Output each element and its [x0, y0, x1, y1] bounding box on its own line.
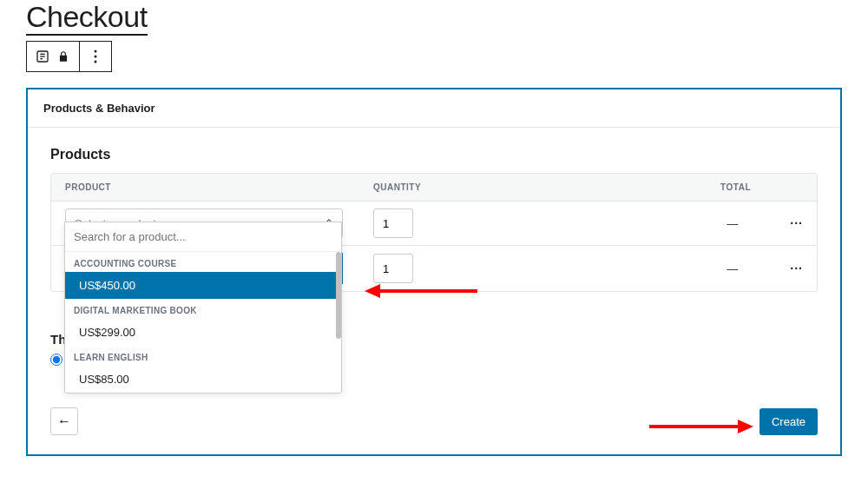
col-header-total: TOTAL — [668, 182, 803, 192]
row-total: — — [413, 217, 790, 230]
products-section-title: Products — [50, 147, 818, 162]
row-actions-icon[interactable]: ··· — [790, 261, 803, 275]
dropdown-group-label: ACCOUNTING COURSE — [65, 252, 341, 272]
create-button[interactable]: Create — [760, 408, 818, 435]
table-header: PRODUCT QUANTITY TOTAL — [51, 174, 817, 201]
toolbar-left-group — [27, 42, 80, 71]
row-total: — — [413, 262, 790, 275]
toolbar-right-group — [80, 42, 111, 71]
dropdown-item[interactable]: US$85.00 — [65, 366, 341, 393]
dropdown-group-label: LEARN ENGLISH — [65, 346, 341, 366]
arrow-left-icon: ← — [57, 414, 71, 429]
products-behavior-panel: Products & Behavior Products PRODUCT QUA… — [26, 88, 842, 456]
back-button[interactable]: ← — [50, 407, 78, 435]
svg-point-6 — [95, 61, 97, 63]
svg-marker-10 — [738, 420, 753, 433]
quantity-input[interactable] — [373, 254, 413, 283]
dropdown-item[interactable]: US$299.00 — [65, 319, 341, 346]
svg-marker-8 — [365, 284, 380, 298]
lock-icon[interactable] — [56, 50, 70, 63]
col-header-quantity: QUANTITY — [373, 182, 668, 192]
annotation-arrow — [649, 418, 753, 435]
col-header-product: PRODUCT — [65, 182, 373, 192]
dropdown-group-label: DIGITAL MARKETING BOOK — [65, 299, 341, 319]
product-dropdown: ACCOUNTING COURSE US$450.00 DIGITAL MARK… — [64, 222, 342, 394]
panel-header: Products & Behavior — [28, 89, 840, 128]
svg-point-4 — [95, 50, 97, 53]
annotation-arrow — [365, 282, 477, 300]
page-title: Checkout — [26, 0, 148, 36]
svg-point-5 — [95, 56, 97, 58]
dropdown-item[interactable]: US$450.00 — [65, 272, 341, 299]
more-options-icon[interactable] — [89, 50, 102, 63]
row-actions-icon[interactable]: ··· — [790, 216, 803, 230]
block-toolbar — [26, 41, 112, 72]
scrollbar[interactable] — [336, 252, 341, 339]
quantity-input[interactable] — [373, 208, 413, 238]
block-type-icon[interactable] — [36, 50, 49, 63]
dropdown-search-input[interactable] — [65, 222, 341, 252]
